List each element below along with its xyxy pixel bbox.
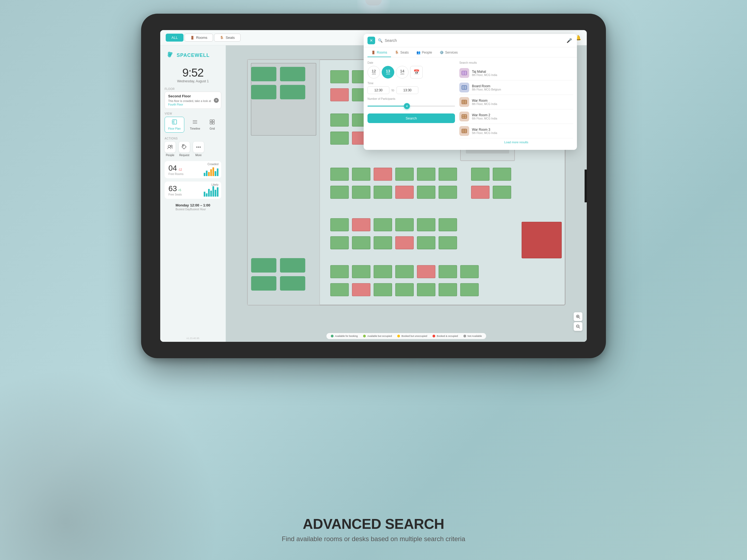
- result-sub-0: 8th Floor, MCG India: [472, 74, 573, 77]
- svg-rect-8: [212, 120, 214, 122]
- grid-icon: [209, 119, 215, 126]
- stat-seats-status: Likely: [211, 183, 218, 186]
- view-grid[interactable]: Grid: [206, 117, 218, 133]
- svg-rect-23: [280, 67, 305, 81]
- actions-label: Actions: [164, 137, 221, 140]
- search-close-button[interactable]: ✕: [367, 36, 375, 44]
- action-more[interactable]: More: [193, 142, 204, 157]
- svg-rect-84: [395, 283, 413, 296]
- svg-rect-69: [352, 236, 370, 249]
- svg-rect-67: [439, 219, 457, 231]
- search-tab-seats[interactable]: 🪑 Seats: [391, 49, 413, 57]
- date-pill-1-day: JAN: [386, 73, 390, 75]
- svg-rect-76: [374, 265, 392, 278]
- zoom-out-button[interactable]: [574, 322, 583, 331]
- svg-point-13: [183, 146, 184, 147]
- tab-all[interactable]: ALL: [166, 34, 183, 42]
- result-sub-2: 8th Floor, MCG India: [472, 103, 573, 105]
- search-input[interactable]: [385, 38, 563, 43]
- slider-thumb[interactable]: 4: [404, 103, 410, 109]
- floor-link[interactable]: Fourth Floor: [168, 103, 183, 106]
- tab-seats[interactable]: 🪑 Seats: [214, 34, 240, 42]
- logo-icon: [166, 51, 175, 59]
- top-bar-left: ALL 🚪 Rooms 🪑 Seats: [166, 34, 241, 42]
- zoom-in-button[interactable]: [574, 312, 583, 321]
- result-item-4[interactable]: War Room 3 5th Floor, MCG India: [459, 124, 573, 138]
- load-more-button[interactable]: Load more results: [459, 138, 573, 146]
- svg-rect-44: [331, 132, 349, 144]
- floor-plan-area[interactable]: Meeting Room ✕ 🔍 🎤: [226, 30, 587, 342]
- svg-rect-93: [251, 276, 276, 291]
- search-tab-rooms[interactable]: 🚪 Rooms: [367, 49, 391, 57]
- clock-date: Wednesday, August 1: [160, 79, 226, 83]
- floor-plan-icon: [172, 119, 177, 126]
- svg-rect-9: [210, 122, 212, 124]
- svg-rect-64: [374, 219, 392, 231]
- caption-subtitle: Find available rooms or desks based on m…: [282, 534, 465, 543]
- svg-rect-25: [280, 85, 305, 99]
- result-avatar-1: [459, 82, 469, 93]
- result-avatar-3: [459, 111, 469, 121]
- view-timeline[interactable]: Timeline: [186, 117, 204, 133]
- date-pill-2[interactable]: 14 JAN: [396, 66, 409, 78]
- time-separator: to: [391, 88, 394, 92]
- action-people[interactable]: People: [164, 142, 176, 157]
- date-pill-1[interactable]: 13 JAN: [382, 66, 394, 78]
- action-more-label: More: [196, 154, 202, 157]
- svg-rect-53: [395, 168, 413, 180]
- legend-booked-unoccupied: Booked but unoccupied: [397, 335, 427, 337]
- search-submit-button[interactable]: Search: [367, 113, 455, 123]
- search-tab-people[interactable]: 👥 People: [413, 49, 436, 57]
- date-pill-0-day: JAN: [371, 73, 376, 75]
- result-item-2[interactable]: War Room 8th Floor, MCG India: [459, 95, 573, 109]
- time-row: to: [367, 86, 455, 94]
- stat-seats-bars: [204, 186, 218, 197]
- floor-selector[interactable]: Second Floor ✕ This floor is crowded, ta…: [164, 92, 221, 109]
- more-icon-btn: [193, 142, 204, 153]
- svg-rect-81: [331, 283, 349, 296]
- action-request[interactable]: Request: [179, 142, 190, 157]
- date-pill-0[interactable]: 12 JAN: [367, 66, 380, 78]
- result-item-1[interactable]: Board Room 8th Floor, MCG Belgium: [459, 80, 573, 95]
- busiest-hour: 12:00 – 1:00 Busiest Hour: [190, 203, 210, 211]
- svg-rect-68: [331, 236, 349, 249]
- view-floor-plan-label: Floor Plan: [168, 127, 181, 130]
- time-to-input[interactable]: [396, 86, 418, 94]
- view-floor-plan[interactable]: Floor Plan: [164, 117, 184, 133]
- search-input-wrapper: 🔍: [378, 38, 563, 43]
- svg-rect-62: [331, 219, 349, 231]
- microphone-icon[interactable]: 🎤: [565, 36, 573, 44]
- legend-not-available-dot: [463, 335, 466, 337]
- legend-booked-occupied-label: Booked & occupied: [437, 335, 458, 337]
- svg-rect-87: [460, 283, 479, 296]
- actions-section: Actions People: [160, 135, 226, 159]
- legend-booked-occupied: Booked & occupied: [433, 335, 458, 337]
- result-item-0[interactable]: Taj Mahal 8th Floor, MCG India: [459, 66, 573, 80]
- calendar-picker-button[interactable]: 📅: [410, 66, 423, 78]
- time-from-input[interactable]: [367, 86, 389, 94]
- tab-rooms[interactable]: 🚪 Rooms: [185, 34, 213, 42]
- tablet-screen: ALL 🚪 Rooms 🪑 Seats 🌐 EN ▾: [160, 30, 587, 342]
- result-sub-3: 6th Floor, MCG India: [472, 117, 573, 120]
- participants-slider[interactable]: 4: [367, 102, 455, 110]
- legend-available-label: Available for booking: [335, 335, 358, 337]
- caption-title: ADVANCED SEARCH: [282, 516, 465, 532]
- tab-rooms-label: Rooms: [196, 35, 207, 40]
- svg-rect-38: [331, 114, 349, 126]
- result-item-3[interactable]: War Room 2 6th Floor, MCG India: [459, 109, 573, 124]
- floor-close-btn[interactable]: ✕: [214, 98, 219, 103]
- tablet-frame: ALL 🚪 Rooms 🪑 Seats 🌐 EN ▾: [141, 14, 606, 358]
- svg-point-11: [168, 145, 170, 147]
- zoom-controls: [574, 312, 583, 331]
- tablet-home-button[interactable]: [585, 170, 587, 202]
- results-label: Search results: [459, 61, 573, 64]
- result-sub-1: 8th Floor, MCG Belgium: [472, 88, 573, 91]
- search-tab-services[interactable]: ⚙️ Services: [436, 49, 462, 57]
- floor-label: Floor: [164, 87, 221, 91]
- busiest-hour-sub: Busiest Hour: [190, 208, 210, 211]
- stat-seats-delta: +5: [178, 189, 181, 192]
- view-grid-label: Grid: [210, 127, 215, 130]
- view-label: View: [164, 112, 221, 115]
- svg-rect-80: [460, 265, 479, 278]
- svg-point-12: [171, 145, 172, 147]
